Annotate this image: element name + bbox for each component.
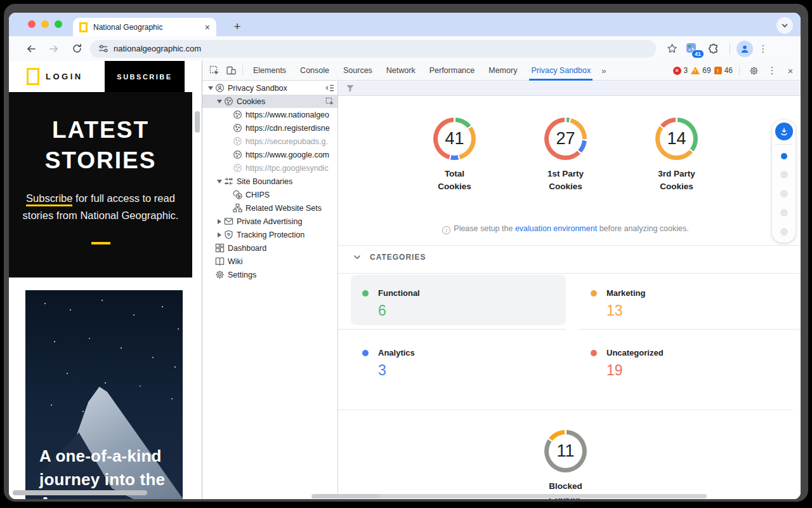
tree-item-privacy-sandbox[interactable]: Privacy Sandbox — [202, 81, 337, 95]
download-report-button[interactable] — [775, 123, 793, 140]
tab-close-icon[interactable]: × — [205, 23, 210, 32]
filter-funnel-icon[interactable] — [346, 84, 355, 93]
devtools-tab-privacy-sandbox[interactable]: Privacy Sandbox — [524, 61, 598, 81]
site-horizontal-scrollbar[interactable] — [13, 490, 147, 495]
page-dot-3[interactable] — [780, 209, 788, 217]
back-button[interactable] — [22, 39, 41, 58]
first-party-cookies-donut: 271st PartyCookies — [528, 117, 604, 193]
new-tab-button[interactable]: + — [228, 18, 246, 36]
devtools-menu-button[interactable]: ⋮ — [764, 63, 780, 78]
expand-arrow-down[interactable] — [215, 100, 223, 104]
tree-item-https-securepubads-g[interactable]: https://securepubads.g. — [202, 135, 337, 148]
natgeo-favicon — [79, 22, 88, 32]
donut-value: 14 — [667, 129, 686, 149]
subscribe-text-link[interactable]: Subscribe — [26, 192, 72, 206]
tree-item-wiki[interactable]: Wiki — [202, 255, 337, 268]
tree-item-https-www-nationalgeo[interactable]: https://www.nationalgeo — [202, 108, 337, 121]
login-link[interactable]: LOGIN — [46, 72, 83, 81]
category-card-functional[interactable]: Functional6 — [351, 275, 566, 325]
devtools-tab-performance[interactable]: Performance — [422, 61, 482, 81]
tab-strip: National Geographic × + — [9, 13, 801, 36]
collapse-panel-icon[interactable] — [324, 83, 335, 93]
profile-avatar[interactable] — [737, 41, 753, 57]
error-badge[interactable]: ×3 — [673, 66, 688, 75]
natgeo-logo[interactable] — [27, 68, 39, 85]
tree-item-settings[interactable]: Settings — [202, 268, 337, 281]
category-count: 6 — [378, 302, 566, 319]
forward-button[interactable] — [44, 39, 63, 58]
tree-item-private-advertising[interactable]: Private Advertising — [202, 215, 337, 228]
address-bar[interactable]: nationalgeographic.com — [90, 40, 656, 58]
more-tabs-button[interactable]: » — [598, 66, 608, 76]
warning-icon: ! — [691, 67, 700, 74]
category-card-analytics[interactable]: Analytics3 — [351, 335, 566, 385]
expand-arrow-right[interactable] — [215, 232, 223, 237]
tree-horizontal-scrollbar[interactable] — [311, 494, 380, 498]
tree-item-site-boundaries[interactable]: Site Boundaries — [202, 175, 337, 188]
zoom-window-button[interactable] — [55, 20, 62, 28]
category-count: 13 — [606, 302, 794, 319]
tree-item-https-www-google-com[interactable]: https://www.google.com — [202, 148, 337, 161]
cookie-icon — [232, 137, 242, 147]
expand-arrow-down[interactable] — [215, 180, 223, 184]
privacy-sandbox-extension-button[interactable]: 41 — [685, 42, 700, 56]
warning-badge[interactable]: !69 — [691, 66, 710, 75]
tree-item-cookies[interactable]: Cookies — [202, 95, 337, 108]
expand-arrow-right[interactable] — [215, 219, 223, 224]
category-card-uncategorized[interactable]: Uncategorized19 — [579, 335, 794, 385]
error-count: 3 — [684, 66, 688, 75]
page-dot-2[interactable] — [780, 190, 788, 197]
site-info-icon[interactable] — [98, 43, 108, 54]
tree-item-dashboard[interactable]: Dashboard — [202, 241, 337, 255]
evaluation-environment-link[interactable]: evaluation environment — [515, 224, 597, 233]
star-icon — [667, 43, 678, 54]
site-vertical-scrollbar[interactable] — [195, 111, 200, 133]
tree-item-related-website-sets[interactable]: Related Website Sets — [202, 201, 337, 215]
tabbar-divider — [242, 65, 243, 76]
site-panel: LOGIN SUBSCRIBE LATEST STORIES Subscribe… — [9, 61, 202, 499]
expand-arrow-down[interactable] — [206, 86, 214, 90]
hero-headline: LATEST STORIES — [9, 115, 192, 176]
tree-item-chips[interactable]: CHIPS — [202, 188, 337, 201]
tree-item-https-tpc-googlesyndic[interactable]: https://tpc.googlesyndic — [202, 161, 337, 175]
tree-item-https-cdn-registerdisne[interactable]: https://cdn.registerdisne — [202, 121, 337, 135]
subscribe-button[interactable]: SUBSCRIBE — [105, 61, 185, 92]
tree-item-tracking-protection[interactable]: Tracking Protection — [202, 228, 337, 241]
issues-badge[interactable]: !46 — [714, 66, 733, 75]
devtools-settings-button[interactable] — [746, 63, 761, 78]
inspect-icon[interactable] — [324, 96, 335, 107]
devtools-close-button[interactable]: × — [783, 63, 798, 78]
devtools-tab-elements[interactable]: Elements — [246, 61, 293, 81]
donut-ring: 27 — [544, 117, 587, 160]
tree-item-label: https://www.google.com — [246, 150, 329, 159]
main-horizontal-scrollbar[interactable] — [338, 494, 707, 498]
device-toolbar-button[interactable] — [223, 63, 239, 78]
inspect-element-button[interactable] — [206, 63, 223, 78]
browser-tab[interactable]: National Geographic × — [73, 18, 216, 36]
page-dot-4[interactable] — [780, 228, 788, 236]
download-icon — [780, 127, 789, 136]
tab-search-chevron-button[interactable] — [776, 17, 793, 34]
bookmark-button[interactable] — [662, 39, 681, 58]
info-icon: i — [442, 226, 450, 234]
extensions-button[interactable] — [704, 39, 723, 58]
story-card[interactable]: A one-of-a-kind journey into the Amazon — [25, 290, 183, 499]
page-dot-1[interactable] — [780, 171, 788, 178]
cookie-icon — [232, 150, 242, 160]
devtools-tab-sources[interactable]: Sources — [336, 61, 379, 81]
category-name: Uncategorized — [606, 348, 664, 358]
category-card-marketing[interactable]: Marketing13 — [579, 275, 794, 325]
page-dot-0-active[interactable] — [781, 153, 787, 159]
browser-menu-button[interactable]: ⋮ — [757, 43, 769, 55]
hero-section: LATEST STORIES Subscribe for full access… — [9, 92, 192, 277]
devtools-tab-console[interactable]: Console — [293, 61, 336, 81]
issues-count: 46 — [724, 66, 733, 75]
minimize-window-button[interactable] — [41, 20, 49, 28]
headline-line1: LATEST — [9, 115, 192, 145]
devtools-tab-network[interactable]: Network — [379, 61, 422, 81]
devtools-tab-memory[interactable]: Memory — [481, 61, 524, 81]
close-window-button[interactable] — [28, 20, 36, 28]
reload-button[interactable] — [67, 39, 86, 58]
categories-header[interactable]: CATEGORIES — [353, 253, 426, 262]
category-count: 19 — [606, 362, 794, 379]
